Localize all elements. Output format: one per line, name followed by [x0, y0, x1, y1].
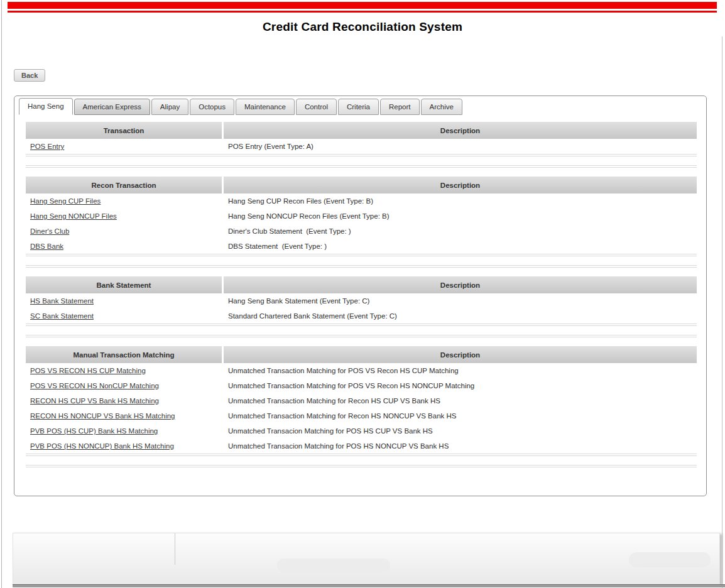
footer-watermark: [277, 558, 390, 572]
table-row: HS Bank StatementHang Seng Bank Statemen…: [26, 293, 697, 308]
tab-criteria[interactable]: Criteria: [338, 99, 379, 115]
row-link-cell: POS VS RECON HS NonCUP Matching: [26, 382, 224, 389]
row-link-cell: Hang Seng NONCUP Files: [26, 212, 224, 220]
table-header-row: Recon TransactionDescription: [26, 177, 697, 193]
back-button[interactable]: Back: [14, 69, 45, 82]
row-description: Unmatched Transaction Matching for POS V…: [224, 382, 697, 389]
row-link-cell: PVB POS (HS NONCUP) Bank HS Matching: [26, 442, 224, 450]
row-description: Diner's Club Statement (Event Type: ): [224, 227, 697, 235]
table-header-row: Bank StatementDescription: [26, 276, 697, 293]
table-row: RECON HS NONCUP VS Bank HS MatchingUnmat…: [26, 408, 697, 423]
link-pos-entry[interactable]: POS Entry: [30, 143, 64, 150]
table-bottom-border: [26, 324, 697, 326]
row-description: Unmatched Transaction Matching for POS V…: [224, 367, 697, 374]
row-description: Unmatched Transacion Matching for POS HS…: [224, 442, 697, 450]
header-red-thin-line: [8, 11, 717, 13]
header-red-bar: [8, 2, 717, 9]
tab-archive[interactable]: Archive: [421, 99, 462, 115]
row-link-cell: RECON HS NONCUP VS Bank HS Matching: [26, 412, 224, 420]
footer-area: [13, 533, 720, 584]
tab-alipay[interactable]: Alipay: [151, 99, 188, 115]
row-link-cell: RECON HS CUP VS Bank HS Matching: [26, 397, 224, 405]
section-separator: [26, 335, 697, 337]
link-pvb-pos-hs-cup-bank-hs-matching[interactable]: PVB POS (HS CUP) Bank HS Matching: [30, 427, 158, 435]
row-description: Unmatched Transaction Matching for Recon…: [224, 412, 697, 420]
page-title: Credit Card Reconciliation System: [0, 20, 725, 34]
table-header-row: TransactionDescription: [26, 122, 697, 139]
table-row: POS VS RECON HS CUP MatchingUnmatched Tr…: [26, 363, 697, 378]
link-hang-seng-cup-files[interactable]: Hang Seng CUP Files: [30, 197, 101, 205]
row-link-cell: POS Entry: [26, 143, 224, 150]
row-link-cell: PVB POS (HS CUP) Bank HS Matching: [26, 427, 224, 435]
section-transaction: TransactionDescriptionPOS EntryPOS Entry…: [26, 122, 697, 156]
link-pvb-pos-hs-noncup-bank-hs-matching[interactable]: PVB POS (HS NONCUP) Bank HS Matching: [30, 442, 174, 450]
column-header-description: Description: [224, 346, 697, 363]
section-manual-transaction-matching: Manual Transaction MatchingDescriptionPO…: [26, 346, 697, 456]
table-row: POS EntryPOS Entry (Event Type: A): [26, 139, 697, 154]
tab-panel-content: TransactionDescriptionPOS EntryPOS Entry…: [26, 122, 697, 467]
column-header-description: Description: [224, 177, 697, 193]
table-bottom-border: [26, 454, 697, 456]
link-pos-vs-recon-hs-cup-matching[interactable]: POS VS RECON HS CUP Matching: [30, 367, 146, 374]
link-dbs-bank[interactable]: DBS Bank: [30, 242, 63, 250]
table-row: Hang Seng NONCUP FilesHang Seng NONCUP R…: [26, 209, 697, 224]
link-hang-seng-noncup-files[interactable]: Hang Seng NONCUP Files: [30, 212, 117, 220]
footer-divider: [175, 533, 175, 565]
page: Credit Card Reconciliation System Back H…: [0, 0, 725, 588]
row-link-cell: SC Bank Statement: [26, 312, 224, 320]
row-link-cell: Diner's Club: [26, 227, 224, 235]
tab-octopus[interactable]: Octopus: [190, 99, 234, 115]
tab-maintenance[interactable]: Maintenance: [236, 99, 295, 115]
row-description: Unmatched Transacion Matching for POS HS…: [224, 427, 697, 435]
row-description: Hang Seng CUP Recon Files (Event Type: B…: [224, 197, 697, 205]
link-recon-hs-cup-vs-bank-hs-matching[interactable]: RECON HS CUP VS Bank HS Matching: [30, 397, 159, 405]
row-description: Unmatched Transaction Matching for Recon…: [224, 397, 697, 405]
table-row: PVB POS (HS NONCUP) Bank HS MatchingUnma…: [26, 438, 697, 454]
table-row: POS VS RECON HS NonCUP MatchingUnmatched…: [26, 378, 697, 393]
column-header-manual-transaction-matching: Manual Transaction Matching: [26, 346, 222, 363]
window-left-edge: [1, 0, 2, 588]
table-row: DBS BankDBS Statement (Event Type: ): [26, 239, 697, 254]
row-link-cell: POS VS RECON HS CUP Matching: [26, 367, 224, 374]
table-row: RECON HS CUP VS Bank HS MatchingUnmatche…: [26, 393, 697, 408]
column-header-bank-statement: Bank Statement: [26, 276, 222, 293]
table-bottom-border: [26, 254, 697, 256]
row-description: POS Entry (Event Type: A): [224, 143, 697, 150]
table-bottom-border: [26, 154, 697, 156]
section-separator: [26, 265, 697, 268]
row-description: Hang Seng NONCUP Recon Files (Event Type…: [224, 212, 697, 220]
tab-bar: Hang SengAmerican ExpressAlipayOctopusMa…: [14, 96, 706, 115]
table-row: PVB POS (HS CUP) Bank HS MatchingUnmatch…: [26, 423, 697, 438]
table-row: Hang Seng CUP FilesHang Seng CUP Recon F…: [26, 193, 697, 209]
column-header-description: Description: [224, 122, 697, 139]
row-description: DBS Statement (Event Type: ): [224, 242, 697, 250]
tab-control[interactable]: Control: [296, 99, 337, 115]
link-sc-bank-statement[interactable]: SC Bank Statement: [30, 312, 94, 320]
link-recon-hs-noncup-vs-bank-hs-matching[interactable]: RECON HS NONCUP VS Bank HS Matching: [30, 412, 175, 420]
table-row: Diner's ClubDiner's Club Statement (Even…: [26, 224, 697, 239]
tab-report[interactable]: Report: [380, 99, 420, 115]
window-right-edge: [722, 36, 722, 588]
link-hs-bank-statement[interactable]: HS Bank Statement: [30, 297, 94, 305]
footer-watermark: [629, 552, 711, 567]
row-link-cell: Hang Seng CUP Files: [26, 197, 224, 205]
section-bank-statement: Bank StatementDescriptionHS Bank Stateme…: [26, 276, 697, 326]
column-header-recon-transaction: Recon Transaction: [26, 177, 222, 193]
horizontal-scrollbar[interactable]: [13, 584, 725, 587]
row-description: Hang Seng Bank Statement (Event Type: C): [224, 297, 697, 305]
link-pos-vs-recon-hs-noncup-matching[interactable]: POS VS RECON HS NonCUP Matching: [30, 382, 159, 389]
column-header-description: Description: [224, 276, 697, 293]
column-header-transaction: Transaction: [26, 122, 222, 139]
row-link-cell: DBS Bank: [26, 242, 224, 250]
section-separator: [26, 465, 697, 467]
tab-american-express[interactable]: American Express: [74, 99, 150, 115]
main-panel: Hang SengAmerican ExpressAlipayOctopusMa…: [14, 95, 707, 496]
table-header-row: Manual Transaction MatchingDescription: [26, 346, 697, 363]
table-row: SC Bank StatementStandard Chartered Bank…: [26, 308, 697, 324]
link-diner-s-club[interactable]: Diner's Club: [30, 227, 69, 235]
row-link-cell: HS Bank Statement: [26, 297, 224, 305]
section-recon-transaction: Recon TransactionDescriptionHang Seng CU…: [26, 177, 697, 256]
tab-hang-seng[interactable]: Hang Seng: [19, 98, 73, 115]
row-description: Standard Chartered Bank Statement (Event…: [224, 312, 697, 320]
section-separator: [26, 165, 697, 168]
